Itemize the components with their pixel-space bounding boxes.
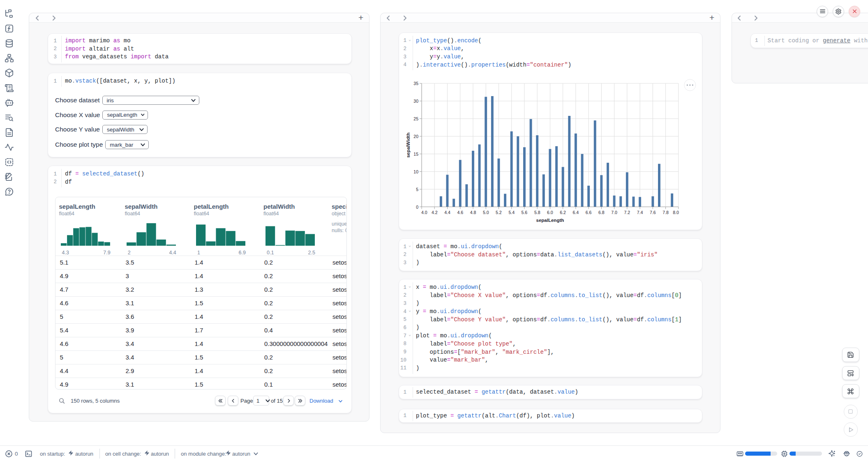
svg-text:4.8: 4.8 (470, 210, 476, 215)
svg-text:sepalWidth: sepalWidth (406, 133, 411, 158)
svg-text:6.2: 6.2 (560, 210, 566, 215)
svg-text:25: 25 (413, 116, 418, 121)
svg-text:5.6: 5.6 (522, 210, 528, 215)
svg-text:7.8: 7.8 (663, 210, 669, 215)
svg-text:sepalLength: sepalLength (536, 217, 564, 222)
svg-text:8.0: 8.0 (673, 210, 679, 215)
svg-text:15: 15 (413, 152, 418, 157)
svg-text:20: 20 (413, 134, 418, 139)
svg-text:30: 30 (413, 99, 418, 104)
svg-text:4.4: 4.4 (444, 210, 450, 215)
svg-text:6.0: 6.0 (547, 210, 553, 215)
svg-text:5.4: 5.4 (508, 210, 515, 215)
svg-text:4.0: 4.0 (421, 210, 427, 215)
svg-text:4.2: 4.2 (432, 210, 438, 215)
svg-text:6.6: 6.6 (586, 210, 592, 215)
svg-text:6.8: 6.8 (598, 210, 605, 215)
svg-text:5: 5 (416, 187, 418, 192)
svg-text:35: 35 (413, 81, 418, 86)
svg-text:6.4: 6.4 (573, 210, 579, 215)
svg-text:7.0: 7.0 (611, 210, 617, 215)
svg-text:10: 10 (413, 169, 418, 174)
svg-text:7.2: 7.2 (624, 210, 630, 215)
svg-text:5.2: 5.2 (496, 210, 502, 215)
svg-text:7.6: 7.6 (650, 210, 656, 215)
svg-text:4.6: 4.6 (457, 210, 463, 215)
svg-text:7.4: 7.4 (637, 210, 643, 215)
svg-text:0: 0 (416, 205, 418, 210)
svg-text:5.0: 5.0 (483, 210, 489, 215)
svg-text:5.8: 5.8 (534, 210, 540, 215)
